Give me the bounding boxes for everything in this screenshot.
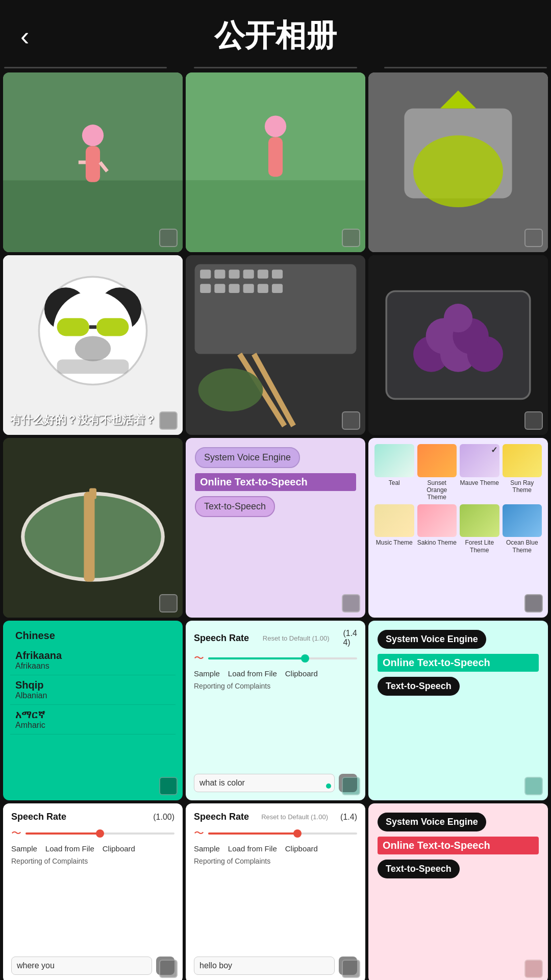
- theme-sun[interactable]: Sun Ray Theme: [503, 444, 542, 501]
- checkbox-13[interactable]: [159, 960, 178, 978]
- photo-cell-3[interactable]: [368, 72, 548, 252]
- sample-link-red[interactable]: Sample: [11, 844, 37, 853]
- loadfile-link-red2[interactable]: Load from File: [228, 844, 277, 853]
- speech-links-red2: Sample Load from File Clipboard: [194, 844, 357, 853]
- checkbox-1[interactable]: [159, 229, 178, 247]
- speech-complaint-red2: Reporting of Complaints: [194, 857, 357, 865]
- tts-teal-cell[interactable]: System Voice Engine Online Text-to-Speec…: [368, 621, 548, 800]
- theme-check-icon: ✓: [491, 445, 497, 455]
- header: ‹ 公开相册: [0, 0, 551, 67]
- photo-cell-2[interactable]: [186, 72, 365, 252]
- checkbox-9[interactable]: [524, 594, 543, 612]
- svg-rect-52: [84, 492, 94, 582]
- checkbox-4[interactable]: [159, 411, 178, 430]
- speech-rate-val-red2: (1.4): [340, 813, 357, 822]
- speech-rate-title-red2: Speech Rate: [194, 812, 249, 822]
- theme-grid: Teal Sunset Orange Theme ✓ Mauve Theme S…: [374, 444, 542, 554]
- lang-amharic[interactable]: አማርኛ Amharic: [10, 705, 176, 734]
- theme-teal[interactable]: Teal: [374, 444, 414, 501]
- svg-rect-23: [57, 359, 129, 374]
- photo-cell-1[interactable]: [3, 72, 183, 252]
- photo-cell-6[interactable]: [368, 255, 548, 435]
- lang-afrikaans[interactable]: Afrikaana Afrikaans: [10, 646, 176, 675]
- checkbox-14[interactable]: [342, 960, 360, 978]
- speech-reset-red2[interactable]: Reset to Default (1.00): [261, 813, 328, 821]
- photo-cell-5[interactable]: [186, 255, 365, 435]
- page-title: 公开相册: [20, 15, 531, 57]
- clipboard-link-red[interactable]: Clipboard: [103, 844, 135, 853]
- svg-point-22: [75, 336, 111, 361]
- waveform-icon-teal: 〜: [194, 651, 204, 665]
- svg-rect-19: [57, 318, 89, 336]
- checkbox-10[interactable]: [159, 777, 178, 795]
- top-dividers: [0, 67, 551, 72]
- slider-red2[interactable]: [208, 832, 357, 835]
- svg-rect-26: [200, 270, 211, 279]
- lang-albanian[interactable]: Shqip Albanian: [10, 675, 176, 705]
- svg-rect-53: [89, 488, 96, 499]
- checkbox-3[interactable]: [524, 229, 543, 247]
- checkbox-2[interactable]: [342, 229, 360, 247]
- theme-sakura[interactable]: Sakino Theme: [417, 504, 457, 554]
- svg-rect-33: [214, 284, 225, 293]
- speech-rate-teal-cell[interactable]: Speech Rate Reset to Default (1.00) (1.4…: [186, 621, 365, 800]
- svg-rect-35: [243, 284, 254, 293]
- speech-reset-teal[interactable]: Reset to Default (1.00): [263, 634, 330, 642]
- checkbox-8[interactable]: [342, 594, 360, 612]
- sample-link-teal[interactable]: Sample: [194, 669, 220, 678]
- checkbox-5[interactable]: [342, 411, 360, 430]
- svg-point-40: [198, 369, 263, 411]
- theme-forest[interactable]: Forest Lite Theme: [460, 504, 499, 554]
- lang-header: Chinese: [10, 628, 176, 646]
- clipboard-link-red2[interactable]: Clipboard: [285, 844, 318, 853]
- tts-online-pink: Online Text-to-Speech: [378, 837, 539, 854]
- checkbox-15[interactable]: [524, 960, 543, 978]
- speech-rate-red-cell[interactable]: Speech Rate (1.00) 〜 Sample Load from Fi…: [3, 803, 183, 980]
- speech-rate-title-teal: Speech Rate: [194, 633, 249, 644]
- svg-rect-28: [229, 270, 239, 279]
- theme-mauve[interactable]: ✓ Mauve Theme: [460, 444, 499, 501]
- tts-purple-cell[interactable]: System Voice Engine Online Text-to-Speec…: [186, 438, 365, 618]
- theme-grid-cell[interactable]: Teal Sunset Orange Theme ✓ Mauve Theme S…: [368, 438, 548, 618]
- svg-rect-7: [186, 180, 365, 252]
- svg-rect-27: [214, 270, 225, 279]
- tts-online-label: Online Text-to-Speech: [195, 473, 356, 491]
- panda-text: 有什么好的？没有不也活着？: [10, 412, 156, 428]
- checkbox-7[interactable]: [159, 594, 178, 612]
- speech-input-red2[interactable]: hello boy: [194, 957, 335, 975]
- speech-rate-val-teal: (1.44): [343, 629, 357, 647]
- checkbox-12[interactable]: [524, 777, 543, 795]
- checkbox-11[interactable]: [342, 777, 360, 795]
- panda-cell[interactable]: 有什么好的？没有不也活着？: [3, 255, 183, 435]
- tts-speech-pink[interactable]: Text-to-Speech: [378, 860, 460, 878]
- speech-rate-red2-cell[interactable]: Speech Rate Reset to Default (1.00) (1.4…: [186, 803, 365, 980]
- clipboard-link-teal[interactable]: Clipboard: [285, 669, 318, 678]
- tts-speech-btn[interactable]: Text-to-Speech: [195, 496, 275, 517]
- divider-2: [194, 67, 357, 68]
- svg-point-2: [82, 125, 104, 146]
- tts-voice-engine-btn[interactable]: System Voice Engine: [195, 447, 300, 468]
- tts-voice-engine-pink[interactable]: System Voice Engine: [378, 813, 486, 831]
- slider-red[interactable]: [26, 832, 174, 835]
- photo-cell-7[interactable]: [3, 438, 183, 618]
- speech-input-teal[interactable]: what is color: [194, 774, 335, 792]
- loadfile-link-teal[interactable]: Load from File: [228, 669, 277, 678]
- checkbox-6[interactable]: [524, 411, 543, 430]
- lang-list-cell[interactable]: Chinese Afrikaana Afrikaans Shqip Albani…: [3, 621, 183, 800]
- theme-music[interactable]: Music Theme: [374, 504, 414, 554]
- waveform-icon-red: 〜: [11, 826, 21, 840]
- theme-sunset[interactable]: Sunset Orange Theme: [417, 444, 457, 501]
- loadfile-link-red[interactable]: Load from File: [45, 844, 94, 853]
- svg-point-8: [265, 115, 286, 137]
- svg-rect-31: [272, 270, 283, 279]
- tts-voice-engine-teal[interactable]: System Voice Engine: [378, 630, 486, 649]
- tts-speech-teal[interactable]: Text-to-Speech: [378, 677, 460, 696]
- theme-ocean[interactable]: Ocean Blue Theme: [503, 504, 542, 554]
- tts-pink-cell[interactable]: System Voice Engine Online Text-to-Speec…: [368, 803, 548, 980]
- speech-input-red[interactable]: where you: [11, 957, 152, 975]
- sample-link-red2[interactable]: Sample: [194, 844, 220, 853]
- svg-point-48: [444, 304, 472, 332]
- back-button[interactable]: ‹: [20, 21, 29, 52]
- slider-teal[interactable]: [208, 657, 357, 659]
- photo-grid: 有什么好的？没有不也活着？: [0, 72, 551, 980]
